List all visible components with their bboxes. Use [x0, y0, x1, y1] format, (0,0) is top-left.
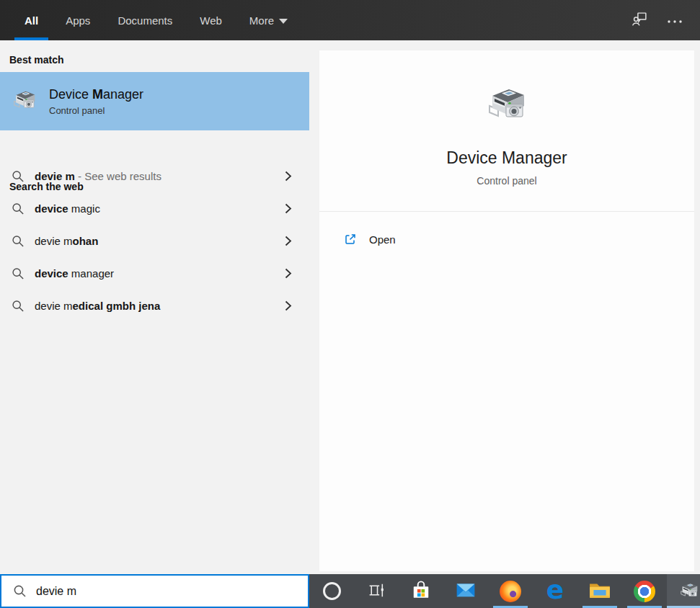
tab-apps[interactable]: Apps — [61, 0, 94, 40]
search-input[interactable] — [36, 585, 274, 598]
bottom-bar: e — [0, 574, 700, 608]
search-icon — [13, 584, 27, 598]
results-panel: Best match Device Manager Control panel … — [0, 40, 309, 574]
tab-label: Documents — [118, 14, 172, 27]
chevron-right-icon[interactable] — [285, 300, 292, 311]
preview-panel: Device Manager Control panel Open — [309, 40, 700, 574]
best-match-subtitle: Control panel — [49, 105, 143, 116]
device-manager-icon — [11, 88, 38, 115]
chevron-right-icon[interactable] — [285, 203, 292, 214]
chevron-right-icon[interactable] — [285, 171, 292, 182]
suggestion-text: devie mohan — [35, 235, 98, 247]
mail-icon — [455, 580, 477, 602]
search-icon — [12, 202, 25, 215]
chevron-down-icon — [279, 19, 288, 24]
tab-label: All — [25, 14, 38, 27]
feedback-button[interactable] — [632, 11, 648, 30]
web-suggestion-item[interactable]: device magic — [0, 192, 309, 225]
search-box[interactable] — [0, 574, 309, 608]
suggestion-text: devie medical gmbh jena — [35, 300, 160, 312]
search-icon — [12, 300, 25, 313]
preview-title: Device Manager — [319, 148, 694, 168]
taskbar-store-button[interactable] — [399, 574, 443, 608]
search-icon — [12, 235, 25, 248]
topbar-actions — [632, 0, 700, 40]
taskbar-file-explorer-button[interactable] — [577, 574, 622, 608]
best-match-title: Device Manager — [49, 87, 143, 102]
tab-more[interactable]: More — [245, 0, 292, 40]
search-icon — [12, 267, 25, 280]
web-suggestion-item[interactable]: device manager — [0, 257, 309, 290]
taskbar-mail-button[interactable] — [443, 574, 488, 608]
web-suggestion-item[interactable]: devie m - See web results — [0, 160, 309, 192]
edge-icon: e — [546, 579, 564, 604]
taskbar-cortana-button[interactable] — [309, 574, 354, 608]
tab-label: Web — [200, 14, 222, 27]
suggestion-text: device magic — [35, 202, 100, 215]
preview-subtitle: Control panel — [319, 175, 694, 187]
tab-label: More — [249, 14, 274, 27]
search-filter-bar: AllAppsDocumentsWebMore — [0, 0, 700, 40]
tab-label: Apps — [66, 14, 90, 27]
open-label: Open — [369, 233, 396, 246]
windows-search-flyout: AllAppsDocumentsWebMore — [0, 0, 700, 608]
store-icon — [411, 580, 431, 602]
open-action[interactable]: Open — [319, 221, 694, 257]
file-explorer-icon — [589, 581, 611, 602]
suggestion-text: devie m - See web results — [35, 170, 161, 182]
taskbar-firefox-button[interactable] — [488, 574, 533, 608]
search-icon — [12, 170, 25, 183]
chrome-icon — [634, 581, 655, 602]
more-options-button[interactable] — [667, 15, 683, 26]
preview-card: Device Manager Control panel Open — [319, 50, 694, 571]
suggestion-text: device manager — [35, 267, 114, 280]
best-match-result[interactable]: Device Manager Control panel — [0, 72, 309, 130]
divider — [319, 211, 694, 212]
device-manager-icon — [484, 84, 530, 130]
preview-hero: Device Manager Control panel — [319, 84, 694, 187]
task-view-icon — [367, 581, 386, 602]
filter-tabs: AllAppsDocumentsWebMore — [0, 0, 311, 40]
firefox-icon — [500, 581, 521, 602]
ellipsis-icon — [667, 15, 683, 26]
tab-all[interactable]: All — [20, 0, 43, 40]
taskbar-chrome-button[interactable] — [622, 574, 667, 608]
chevron-right-icon[interactable] — [285, 268, 292, 279]
tab-documents[interactable]: Documents — [113, 0, 177, 40]
feedback-icon — [632, 11, 648, 30]
device-manager-window-icon — [678, 581, 700, 602]
cortana-icon — [323, 582, 341, 600]
taskbar-edge-button[interactable]: e — [533, 574, 577, 608]
taskbar: e — [309, 574, 700, 608]
web-suggestion-item[interactable]: devie medical gmbh jena — [0, 290, 309, 322]
taskbar-device-manager-window-button[interactable] — [667, 574, 700, 608]
web-suggestion-item[interactable]: devie mohan — [0, 225, 309, 257]
chevron-right-icon[interactable] — [285, 236, 292, 246]
tab-web[interactable]: Web — [195, 0, 226, 40]
taskbar-task-view-button[interactable] — [354, 574, 399, 608]
best-match-header: Best match — [0, 40, 309, 66]
open-external-icon — [343, 232, 358, 246]
web-suggestions-list: devie m - See web results device magic d… — [0, 160, 309, 322]
